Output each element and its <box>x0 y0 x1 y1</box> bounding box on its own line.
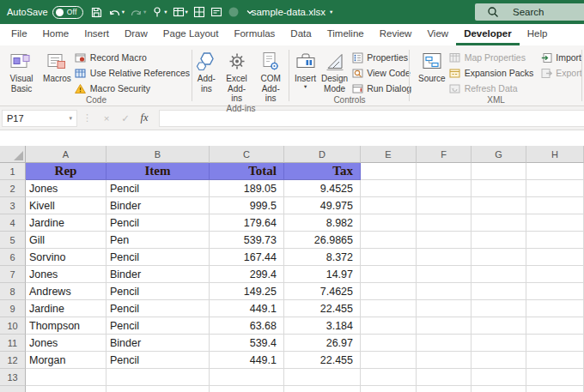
tab-data[interactable]: Data <box>283 24 319 45</box>
row-header[interactable]: 5 <box>0 232 26 249</box>
properties-button[interactable]: Properties <box>351 51 411 64</box>
cell[interactable] <box>417 352 471 369</box>
autosave-toggle[interactable]: AutoSave Off <box>7 6 83 19</box>
cell[interactable]: 149.25 <box>210 283 284 300</box>
cell[interactable] <box>417 232 471 249</box>
cell[interactable]: 7.4625 <box>284 283 361 300</box>
cell[interactable]: 3.184 <box>284 317 361 335</box>
cell[interactable] <box>471 352 526 369</box>
cell[interactable]: 22.455 <box>284 352 361 369</box>
cell[interactable] <box>26 386 106 392</box>
cell[interactable] <box>361 300 417 317</box>
row-header[interactable]: 10 <box>0 317 26 335</box>
cell[interactable]: Pencil <box>106 283 210 300</box>
row-header[interactable]: 1 <box>0 163 26 180</box>
cell[interactable] <box>471 266 526 283</box>
cell[interactable] <box>526 369 584 386</box>
tab-review[interactable]: Review <box>372 24 420 45</box>
tab-formulas[interactable]: Formulas <box>226 24 283 45</box>
tab-home[interactable]: Home <box>35 24 77 45</box>
cell[interactable] <box>361 266 417 283</box>
search-box[interactable]: Search <box>475 3 584 21</box>
cell[interactable]: 167.44 <box>210 249 284 266</box>
cell[interactable]: Thompson <box>26 317 106 335</box>
cell[interactable] <box>417 300 471 317</box>
import-button[interactable]: Import <box>540 51 581 64</box>
cell[interactable]: Pencil <box>106 317 210 335</box>
column-header-b[interactable]: B <box>106 146 210 163</box>
cell[interactable] <box>471 369 526 386</box>
cell[interactable]: Pencil <box>106 352 210 369</box>
cell[interactable] <box>526 300 584 317</box>
table-button[interactable]: ▾ <box>173 3 188 21</box>
cell[interactable] <box>526 266 584 283</box>
redo-button[interactable]: ▾ <box>130 3 146 21</box>
cell[interactable] <box>417 386 471 392</box>
cell[interactable] <box>526 335 584 352</box>
column-header-g[interactable]: G <box>471 146 526 163</box>
cell[interactable]: Kivell <box>26 197 106 214</box>
cell[interactable] <box>471 180 526 197</box>
cell[interactable] <box>526 197 584 214</box>
cell[interactable] <box>361 197 417 214</box>
cell[interactable] <box>361 249 417 266</box>
tab-insert[interactable]: Insert <box>76 24 117 45</box>
column-header-h[interactable]: H <box>526 146 584 163</box>
cell[interactable]: 449.1 <box>210 352 284 369</box>
borders-button[interactable] <box>193 3 205 21</box>
cell[interactable]: Morgan <box>26 352 106 369</box>
cell[interactable] <box>210 386 284 392</box>
cell[interactable]: 189.05 <box>210 180 284 197</box>
cell[interactable]: 299.4 <box>210 266 284 283</box>
cell[interactable] <box>26 369 106 386</box>
com-addins-button[interactable]: COM Add-ins <box>254 48 287 104</box>
cell[interactable]: 63.68 <box>210 317 284 335</box>
select-all-corner[interactable] <box>0 146 26 163</box>
cell[interactable]: Pencil <box>106 249 210 266</box>
cell[interactable] <box>526 249 584 266</box>
name-box[interactable]: P17 ▾ <box>2 110 77 127</box>
cell[interactable] <box>526 163 584 180</box>
cell[interactable] <box>417 197 471 214</box>
cell[interactable] <box>417 214 471 232</box>
source-button[interactable]: Source <box>417 48 447 95</box>
cell[interactable]: Jones <box>26 266 106 283</box>
cell[interactable]: Item <box>106 163 210 180</box>
cell[interactable]: 449.1 <box>210 300 284 317</box>
cell[interactable] <box>526 180 584 197</box>
cell[interactable]: Binder <box>106 335 210 352</box>
run-dialog-button[interactable]: Run Dialog <box>351 81 411 95</box>
cell[interactable]: Sorvino <box>26 249 106 266</box>
cell[interactable]: 539.4 <box>210 335 284 352</box>
cell[interactable]: 22.455 <box>284 300 361 317</box>
cell[interactable] <box>526 283 584 300</box>
cell[interactable] <box>417 369 471 386</box>
row-header[interactable] <box>0 386 26 392</box>
cell[interactable] <box>471 300 526 317</box>
tab-file[interactable]: File <box>3 24 35 45</box>
cell[interactable] <box>417 335 471 352</box>
cancel-button[interactable]: × <box>97 113 116 124</box>
cell[interactable]: Jones <box>26 335 106 352</box>
cell[interactable] <box>526 352 584 369</box>
cell[interactable]: Rep <box>26 163 106 180</box>
visual-basic-button[interactable]: Visual Basic <box>3 48 40 95</box>
cell[interactable] <box>471 163 526 180</box>
cell[interactable] <box>471 283 526 300</box>
record-macro-button[interactable]: Record Macro <box>75 51 190 64</box>
cell[interactable]: Total <box>210 163 284 180</box>
touch-mode-button[interactable]: ▾ <box>151 3 167 21</box>
tab-timeline[interactable]: Timeline <box>319 24 372 45</box>
insert-function-button[interactable]: fx <box>135 112 154 124</box>
addins-button[interactable]: Add-ins <box>194 48 219 104</box>
map-properties-button[interactable]: Map Properties <box>449 51 534 64</box>
cell[interactable]: 8.982 <box>284 214 361 232</box>
cell[interactable] <box>526 214 584 232</box>
cell[interactable] <box>417 317 471 335</box>
cell[interactable]: Tax <box>284 163 361 180</box>
cell[interactable] <box>417 249 471 266</box>
cell[interactable] <box>471 232 526 249</box>
cell[interactable] <box>526 386 584 392</box>
cell[interactable] <box>361 214 417 232</box>
autosave-switch[interactable]: Off <box>52 6 83 19</box>
